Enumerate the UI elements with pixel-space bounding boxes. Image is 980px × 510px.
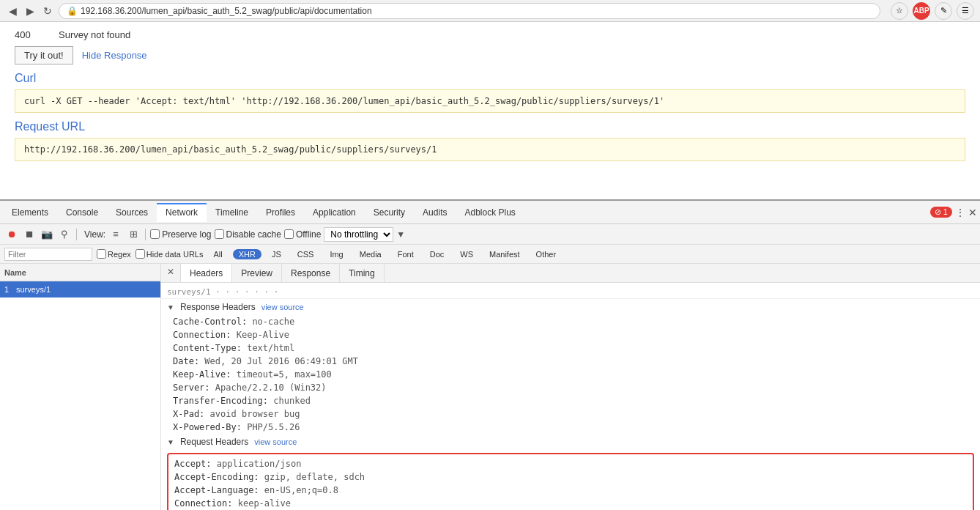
back-button[interactable]: ◀ xyxy=(6,4,19,18)
forward-button[interactable]: ▶ xyxy=(23,4,37,18)
hide-data-urls-checkbox[interactable] xyxy=(136,249,145,259)
filter-css-button[interactable]: CSS xyxy=(292,249,320,259)
req-header-row: Accept: application/json xyxy=(174,457,967,470)
tab-console[interactable]: Console xyxy=(57,203,107,222)
devtools-close-button[interactable]: ✕ xyxy=(968,207,977,218)
header-row: Date: Wed, 20 Jul 2016 06:49:01 GMT xyxy=(161,355,980,368)
separator-1 xyxy=(76,229,77,240)
header-row: X-Powered-By: PHP/5.5.26 xyxy=(161,421,980,434)
network-list-row[interactable]: 1 surveys/1 xyxy=(0,281,160,298)
curl-command: curl -X GET --header 'Accept: text/html'… xyxy=(15,89,965,113)
curl-title: Curl xyxy=(15,72,965,85)
filter-all-button[interactable]: All xyxy=(207,249,228,259)
tab-elements[interactable]: Elements xyxy=(3,203,57,222)
filter-font-button[interactable]: Font xyxy=(392,249,420,259)
address-bar: 🔒 192.168.36.200/lumen_api/basic_auth_5.… xyxy=(59,3,880,19)
throttle-select[interactable]: No throttling xyxy=(324,227,393,242)
filter-js-button[interactable]: JS xyxy=(266,249,287,259)
close-detail-btn[interactable]: ✕ xyxy=(161,264,181,282)
row-number: 1 xyxy=(4,285,16,294)
tab-preview[interactable]: Preview xyxy=(232,264,282,282)
error-badge: ⊘ 1 xyxy=(930,207,952,218)
tab-response[interactable]: Response xyxy=(282,264,340,282)
tab-headers[interactable]: Headers xyxy=(181,264,232,282)
network-list-header: Name xyxy=(0,264,160,281)
view-list-button[interactable]: ≡ xyxy=(108,227,123,242)
devtools-content: Name 1 surveys/1 ✕ Headers Preview Respo… xyxy=(0,264,980,510)
filter-other-button[interactable]: Other xyxy=(530,249,563,259)
detail-content: surveys/1 · · · · · · · ▼ Response Heade… xyxy=(161,283,980,510)
filter-bar: Regex Hide data URLs All XHR JS CSS Img … xyxy=(0,245,980,264)
row-name: surveys/1 xyxy=(16,285,156,294)
header-row: Connection: Keep-Alive xyxy=(161,328,980,341)
tab-application[interactable]: Application xyxy=(304,203,365,222)
camera-button[interactable]: 📷 xyxy=(40,227,54,242)
tab-profiles[interactable]: Profiles xyxy=(257,203,304,222)
tab-adblock-plus[interactable]: Adblock Plus xyxy=(456,203,524,222)
browser-bar: ◀ ▶ ↻ 🔒 192.168.36.200/lumen_api/basic_a… xyxy=(0,0,980,22)
filter-manifest-button[interactable]: Manifest xyxy=(483,249,526,259)
extension-button[interactable]: ✎ xyxy=(935,2,952,20)
filter-xhr-button[interactable]: XHR xyxy=(233,249,261,259)
request-headers-arrow[interactable]: ▼ xyxy=(167,438,174,446)
hide-data-urls-label[interactable]: Hide data URLs xyxy=(136,249,204,259)
tab-audits[interactable]: Audits xyxy=(414,203,456,222)
status-text: Survey not found xyxy=(59,29,130,40)
browser-actions: ☆ ABP ✎ ☰ xyxy=(891,2,974,20)
response-row: 400 Survey not found xyxy=(15,29,965,40)
header-row: Transfer-Encoding: chunked xyxy=(161,394,980,407)
detail-tabs: ✕ Headers Preview Response Timing xyxy=(161,264,980,283)
tab-timing[interactable]: Timing xyxy=(340,264,385,282)
request-view-source[interactable]: view source xyxy=(254,437,297,446)
status-code: 400 xyxy=(15,29,44,40)
url-text: 192.168.36.200/lumen_api/basic_auth_5.2_… xyxy=(81,6,372,16)
request-url-value: http://192.168.36.200/lumen_api/basic_au… xyxy=(15,138,965,161)
filter-doc-button[interactable]: Doc xyxy=(424,249,450,259)
throttle-arrow[interactable]: ▼ xyxy=(396,229,405,240)
adblock-button[interactable]: ABP xyxy=(913,2,930,20)
view-grid-button[interactable]: ⊞ xyxy=(126,227,141,242)
disable-cache-label[interactable]: Disable cache xyxy=(215,229,281,240)
devtools-tabs: Elements Console Sources Network Timelin… xyxy=(0,201,980,224)
filter-img-button[interactable]: Img xyxy=(324,249,349,259)
stop-button[interactable]: ⏹ xyxy=(22,227,37,242)
tab-timeline[interactable]: Timeline xyxy=(207,203,257,222)
regex-label[interactable]: Regex xyxy=(97,249,131,259)
main-area: 400 Survey not found Try it out! Hide Re… xyxy=(0,22,980,199)
tab-security[interactable]: Security xyxy=(365,203,414,222)
filter-media-button[interactable]: Media xyxy=(354,249,387,259)
response-section: 400 Survey not found Try it out! Hide Re… xyxy=(0,22,980,176)
offline-checkbox[interactable] xyxy=(284,229,294,239)
tab-network[interactable]: Network xyxy=(157,203,207,222)
reload-button[interactable]: ↻ xyxy=(41,4,54,18)
filter-ws-button[interactable]: WS xyxy=(454,249,479,259)
regex-checkbox[interactable] xyxy=(97,249,106,259)
preserve-log-checkbox[interactable] xyxy=(150,229,160,239)
devtools-tab-end: ⊘ 1 ⋮ ✕ xyxy=(930,207,977,218)
header-row: Cache-Control: no-cache xyxy=(161,315,980,328)
network-list: Name 1 surveys/1 xyxy=(0,264,161,510)
tab-sources[interactable]: Sources xyxy=(107,203,157,222)
filter-button[interactable]: ⚲ xyxy=(57,227,72,242)
view-label: View: xyxy=(84,229,105,240)
separator-2 xyxy=(145,229,146,240)
menu-button[interactable]: ☰ xyxy=(957,2,974,20)
try-it-out-button[interactable]: Try it out! xyxy=(15,46,73,64)
bookmark-button[interactable]: ☆ xyxy=(891,2,908,20)
req-header-row: Accept-Encoding: gzip, deflate, sdch xyxy=(174,470,967,484)
devtools-more-button[interactable]: ⋮ xyxy=(955,207,965,218)
offline-label[interactable]: Offline xyxy=(284,229,321,240)
response-view-source[interactable]: view source xyxy=(261,303,304,311)
preserve-log-label[interactable]: Preserve log xyxy=(150,229,211,240)
hide-response-link[interactable]: Hide Response xyxy=(82,50,147,61)
req-header-row: Connection: keep-alive xyxy=(174,497,967,510)
header-row: X-Pad: avoid browser bug xyxy=(161,407,980,421)
response-headers-list: Cache-Control: no-cache Connection: Keep… xyxy=(161,315,980,434)
disable-cache-checkbox[interactable] xyxy=(215,229,224,239)
req-header-row: Accept-Language: en-US,en;q=0.8 xyxy=(174,484,967,497)
record-button[interactable]: ⏺ xyxy=(4,227,19,242)
filter-input[interactable] xyxy=(4,248,92,261)
request-url-title: Request URL xyxy=(15,120,965,133)
devtools-panel: Elements Console Sources Network Timelin… xyxy=(0,199,980,510)
response-headers-arrow[interactable]: ▼ xyxy=(167,303,174,311)
